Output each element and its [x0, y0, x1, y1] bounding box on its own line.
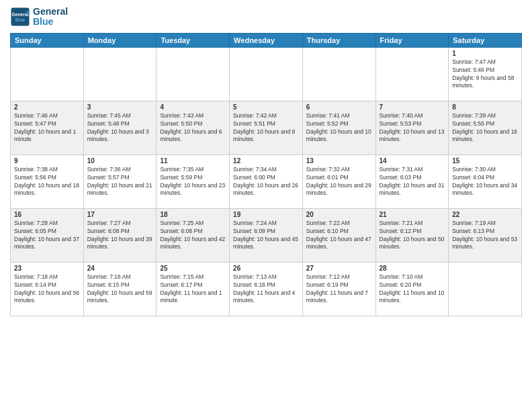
svg-rect-0 — [11, 8, 30, 26]
logo-text: General Blue — [33, 7, 68, 28]
day-info: Sunrise: 7:16 AM Sunset: 6:15 PM Dayligh… — [87, 273, 153, 306]
day-number: 23 — [14, 265, 80, 272]
day-number: 5 — [233, 103, 299, 111]
table-row: 9Sunrise: 7:38 AM Sunset: 5:56 PM Daylig… — [11, 154, 84, 208]
day-number: 26 — [233, 265, 299, 272]
day-info: Sunrise: 7:42 AM Sunset: 5:51 PM Dayligh… — [233, 112, 299, 144]
day-info: Sunrise: 7:31 AM Sunset: 6:03 PM Dayligh… — [380, 166, 445, 198]
day-number: 13 — [306, 157, 372, 165]
col-friday: Friday — [375, 33, 449, 47]
day-info: Sunrise: 7:43 AM Sunset: 5:50 PM Dayligh… — [160, 112, 226, 144]
day-number: 19 — [233, 211, 299, 218]
table-row — [157, 47, 230, 101]
col-thursday: Thursday — [302, 33, 375, 47]
col-tuesday: Tuesday — [157, 33, 230, 47]
table-row: 22Sunrise: 7:19 AM Sunset: 6:13 PM Dayli… — [449, 208, 522, 262]
day-number: 3 — [87, 103, 153, 111]
day-info: Sunrise: 7:21 AM Sunset: 6:12 PM Dayligh… — [380, 220, 445, 252]
table-row: 20Sunrise: 7:22 AM Sunset: 6:10 PM Dayli… — [302, 208, 375, 262]
day-info: Sunrise: 7:25 AM Sunset: 6:08 PM Dayligh… — [160, 220, 226, 252]
day-number: 11 — [160, 157, 226, 165]
table-row: 19Sunrise: 7:24 AM Sunset: 6:09 PM Dayli… — [230, 208, 303, 262]
table-row — [83, 47, 157, 101]
day-number: 21 — [380, 211, 445, 218]
day-info: Sunrise: 7:15 AM Sunset: 6:17 PM Dayligh… — [160, 273, 226, 306]
table-row: 4Sunrise: 7:43 AM Sunset: 5:50 PM Daylig… — [157, 101, 230, 154]
day-info: Sunrise: 7:19 AM Sunset: 6:13 PM Dayligh… — [452, 220, 518, 252]
table-row: 2Sunrise: 7:46 AM Sunset: 5:47 PM Daylig… — [11, 101, 84, 154]
table-row — [302, 47, 375, 101]
table-row: 17Sunrise: 7:27 AM Sunset: 6:08 PM Dayli… — [83, 208, 157, 262]
table-row: 6Sunrise: 7:41 AM Sunset: 5:52 PM Daylig… — [302, 101, 375, 154]
logo-icon: General Blue — [10, 7, 30, 27]
calendar: Sunday Monday Tuesday Wednesday Thursday… — [10, 33, 522, 316]
day-number: 24 — [87, 265, 153, 272]
day-number: 22 — [452, 211, 518, 218]
col-monday: Monday — [83, 33, 157, 47]
logo: General Blue General Blue — [10, 7, 68, 28]
day-number: 4 — [160, 103, 226, 111]
table-row: 16Sunrise: 7:28 AM Sunset: 6:05 PM Dayli… — [11, 208, 84, 262]
day-number: 14 — [380, 157, 445, 165]
day-info: Sunrise: 7:40 AM Sunset: 5:53 PM Dayligh… — [380, 112, 445, 144]
day-info: Sunrise: 7:39 AM Sunset: 5:55 PM Dayligh… — [452, 112, 518, 144]
table-row: 10Sunrise: 7:36 AM Sunset: 5:57 PM Dayli… — [83, 154, 157, 208]
day-number: 2 — [14, 103, 80, 111]
calendar-week-row: 1Sunrise: 7:47 AM Sunset: 5:46 PM Daylig… — [11, 47, 522, 101]
day-number: 18 — [160, 211, 226, 218]
table-row: 26Sunrise: 7:13 AM Sunset: 6:18 PM Dayli… — [230, 262, 303, 316]
table-row: 28Sunrise: 7:10 AM Sunset: 6:20 PM Dayli… — [375, 262, 449, 316]
day-info: Sunrise: 7:18 AM Sunset: 6:14 PM Dayligh… — [14, 273, 80, 306]
day-info: Sunrise: 7:30 AM Sunset: 6:04 PM Dayligh… — [452, 166, 518, 198]
table-row: 15Sunrise: 7:30 AM Sunset: 6:04 PM Dayli… — [449, 154, 522, 208]
day-info: Sunrise: 7:12 AM Sunset: 6:19 PM Dayligh… — [306, 273, 372, 306]
day-info: Sunrise: 7:41 AM Sunset: 5:52 PM Dayligh… — [306, 112, 372, 144]
day-info: Sunrise: 7:38 AM Sunset: 5:56 PM Dayligh… — [14, 166, 80, 198]
table-row: 12Sunrise: 7:34 AM Sunset: 6:00 PM Dayli… — [230, 154, 303, 208]
col-sunday: Sunday — [11, 33, 84, 47]
day-info: Sunrise: 7:46 AM Sunset: 5:47 PM Dayligh… — [14, 112, 80, 144]
day-info: Sunrise: 7:36 AM Sunset: 5:57 PM Dayligh… — [87, 166, 153, 198]
calendar-week-row: 9Sunrise: 7:38 AM Sunset: 5:56 PM Daylig… — [11, 154, 522, 208]
calendar-week-row: 2Sunrise: 7:46 AM Sunset: 5:47 PM Daylig… — [11, 101, 522, 154]
table-row: 13Sunrise: 7:32 AM Sunset: 6:01 PM Dayli… — [302, 154, 375, 208]
day-info: Sunrise: 7:35 AM Sunset: 5:59 PM Dayligh… — [160, 166, 226, 198]
table-row: 11Sunrise: 7:35 AM Sunset: 5:59 PM Dayli… — [157, 154, 230, 208]
day-number: 8 — [452, 103, 518, 111]
page: General Blue General Blue Sunday Monday … — [0, 0, 532, 411]
day-info: Sunrise: 7:24 AM Sunset: 6:09 PM Dayligh… — [233, 220, 299, 252]
day-info: Sunrise: 7:34 AM Sunset: 6:00 PM Dayligh… — [233, 166, 299, 198]
day-number: 12 — [233, 157, 299, 165]
svg-text:General: General — [11, 12, 28, 17]
table-row: 7Sunrise: 7:40 AM Sunset: 5:53 PM Daylig… — [375, 101, 449, 154]
table-row: 14Sunrise: 7:31 AM Sunset: 6:03 PM Dayli… — [375, 154, 449, 208]
day-number: 27 — [306, 265, 372, 272]
day-number: 20 — [306, 211, 372, 218]
day-number: 10 — [87, 157, 153, 165]
table-row: 21Sunrise: 7:21 AM Sunset: 6:12 PM Dayli… — [375, 208, 449, 262]
table-row: 23Sunrise: 7:18 AM Sunset: 6:14 PM Dayli… — [11, 262, 84, 316]
table-row: 8Sunrise: 7:39 AM Sunset: 5:55 PM Daylig… — [449, 101, 522, 154]
day-info: Sunrise: 7:13 AM Sunset: 6:18 PM Dayligh… — [233, 273, 299, 306]
day-number: 25 — [160, 265, 226, 272]
svg-text:Blue: Blue — [15, 17, 26, 22]
table-row — [230, 47, 303, 101]
day-number: 1 — [452, 50, 518, 57]
day-number: 15 — [452, 157, 518, 165]
table-row — [11, 47, 84, 101]
table-row: 25Sunrise: 7:15 AM Sunset: 6:17 PM Dayli… — [157, 262, 230, 316]
header: General Blue General Blue — [10, 7, 522, 28]
table-row: 27Sunrise: 7:12 AM Sunset: 6:19 PM Dayli… — [302, 262, 375, 316]
table-row — [449, 262, 522, 316]
day-number: 28 — [380, 265, 445, 272]
day-info: Sunrise: 7:22 AM Sunset: 6:10 PM Dayligh… — [306, 220, 372, 252]
weekday-header-row: Sunday Monday Tuesday Wednesday Thursday… — [11, 33, 522, 47]
table-row: 18Sunrise: 7:25 AM Sunset: 6:08 PM Dayli… — [157, 208, 230, 262]
col-wednesday: Wednesday — [230, 33, 303, 47]
col-saturday: Saturday — [449, 33, 522, 47]
table-row: 3Sunrise: 7:45 AM Sunset: 5:48 PM Daylig… — [83, 101, 157, 154]
day-info: Sunrise: 7:45 AM Sunset: 5:48 PM Dayligh… — [87, 112, 153, 144]
calendar-week-row: 16Sunrise: 7:28 AM Sunset: 6:05 PM Dayli… — [11, 208, 522, 262]
table-row: 24Sunrise: 7:16 AM Sunset: 6:15 PM Dayli… — [83, 262, 157, 316]
day-number: 16 — [14, 211, 80, 218]
